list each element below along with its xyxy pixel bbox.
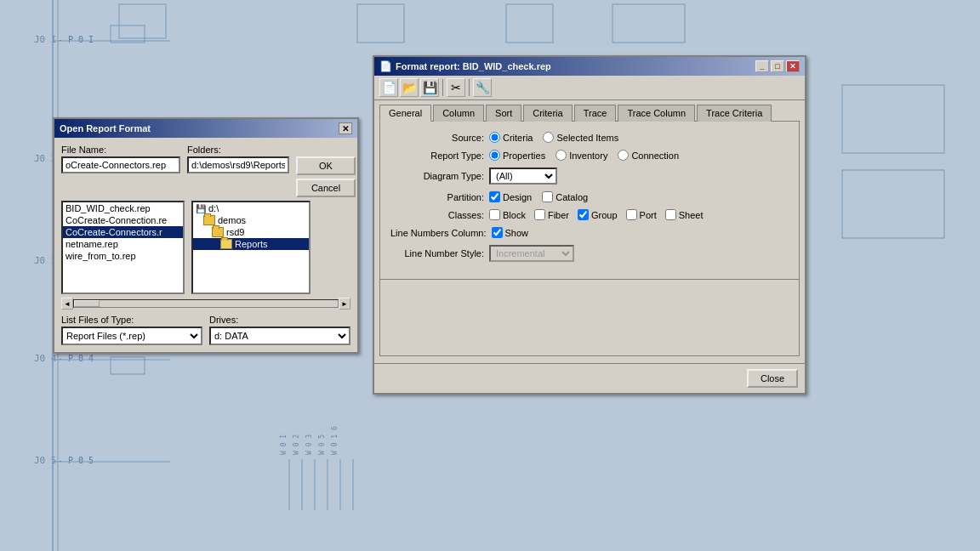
report-type-inventory-option[interactable]: Inventory: [556, 150, 607, 161]
toolbar: 📄 📂 💾 ✂ 🔧: [374, 76, 805, 100]
classes-block-checkbox[interactable]: [489, 209, 500, 220]
folder-item-reports[interactable]: Reports: [193, 238, 309, 250]
classes-fiber-option[interactable]: Fiber: [534, 209, 569, 220]
svg-text:- P 0 5: - P 0 5: [58, 456, 94, 465]
line-number-style-row: Line Number Style: Incremental Absolute: [390, 245, 789, 262]
folder-item-drive[interactable]: 💾 d:\: [193, 202, 309, 214]
source-selected-radio[interactable]: [543, 132, 554, 143]
folder-item-demos[interactable]: demos: [193, 214, 309, 226]
scroll-left-arrow[interactable]: ◄: [61, 298, 73, 310]
svg-rect-15: [119, 4, 166, 38]
source-label: Source:: [390, 133, 484, 143]
svg-text:W 0 2: W 0 2: [293, 435, 300, 455]
line-number-style-label: Line Number Style:: [390, 248, 484, 258]
source-criteria-radio[interactable]: [489, 132, 500, 143]
format-report-titlebar: 📄 Format report: BID_WID_check.rep _ □ ✕: [374, 57, 805, 76]
close-button[interactable]: Close: [747, 369, 798, 388]
line-numbers-show-label: Show: [505, 228, 529, 238]
drives-select[interactable]: d: DATA: [209, 327, 350, 345]
list-item[interactable]: BID_WID_check.rep: [63, 202, 183, 214]
list-item[interactable]: CoCreate-Connection.re: [63, 214, 183, 226]
open-report-title: Open Report Format: [60, 123, 151, 133]
file-type-select[interactable]: Report Files (*.rep): [61, 327, 202, 345]
report-type-label: Report Type:: [390, 151, 484, 161]
partition-catalog-checkbox[interactable]: [542, 191, 553, 202]
tab-trace-column[interactable]: Trace Column: [618, 105, 695, 122]
svg-rect-16: [357, 4, 404, 43]
folders-input[interactable]: [187, 156, 289, 173]
tab-sort[interactable]: Sort: [486, 105, 521, 122]
tab-criteria[interactable]: Criteria: [523, 105, 572, 122]
toolbar-separator-2: [469, 79, 470, 96]
classes-label: Classes:: [390, 210, 484, 220]
report-type-row: Report Type: Properties Inventory Connec…: [390, 150, 789, 161]
tab-column[interactable]: Column: [433, 105, 484, 122]
partition-design-option[interactable]: Design: [489, 191, 532, 202]
diagram-type-select[interactable]: (All) Schematic Board: [489, 168, 557, 185]
classes-sheet-option[interactable]: Sheet: [665, 209, 704, 220]
toolbar-save-button[interactable]: 💾: [420, 78, 439, 97]
tab-trace-criteria[interactable]: Trace Criteria: [697, 105, 772, 122]
tab-general[interactable]: General: [379, 105, 431, 122]
source-selected-items-option[interactable]: Selected Items: [543, 132, 618, 143]
classes-block-option[interactable]: Block: [489, 209, 526, 220]
classes-fiber-checkbox[interactable]: [534, 209, 545, 220]
open-report-titlebar: Open Report Format ✕: [54, 119, 357, 138]
line-numbers-show-checkbox[interactable]: [492, 227, 503, 238]
scrollbar-track[interactable]: [73, 299, 339, 308]
folder-item-rsd9[interactable]: rsd9: [193, 226, 309, 238]
line-numbers-label: Line Numbers Column:: [390, 228, 487, 238]
folders-label: Folders:: [187, 145, 289, 155]
tab-content-general: Source: Criteria Selected Items Report T…: [379, 121, 800, 280]
partition-catalog-option[interactable]: Catalog: [542, 191, 588, 202]
partition-design-label: Design: [503, 192, 532, 202]
toolbar-delete-button[interactable]: ✂: [447, 78, 465, 97]
partition-checkboxes: Design Catalog: [489, 191, 588, 202]
svg-text:J0 5: J0 5: [34, 455, 57, 466]
report-type-inventory-radio[interactable]: [556, 150, 567, 161]
source-criteria-option[interactable]: Criteria: [489, 132, 533, 143]
partition-design-checkbox[interactable]: [489, 191, 500, 202]
toolbar-open-button[interactable]: 📂: [400, 78, 419, 97]
maximize-button[interactable]: □: [771, 60, 784, 72]
classes-port-checkbox[interactable]: [626, 209, 637, 220]
classes-group-option[interactable]: Group: [578, 209, 618, 220]
list-item[interactable]: CoCreate-Connectors.r: [63, 226, 183, 238]
close-window-button[interactable]: ✕: [786, 60, 800, 72]
svg-text:J0 I: J0 I: [34, 34, 57, 45]
report-type-connection-label: Connection: [631, 151, 679, 161]
toolbar-new-button[interactable]: 📄: [379, 78, 398, 97]
scroll-right-arrow[interactable]: ►: [339, 298, 350, 310]
line-numbers-show-option[interactable]: Show: [492, 227, 529, 238]
toolbar-run-button[interactable]: 🔧: [473, 78, 492, 97]
classes-sheet-checkbox[interactable]: [665, 209, 676, 220]
open-report-close-icon[interactable]: ✕: [339, 122, 352, 134]
report-type-properties-label: Properties: [503, 151, 545, 161]
report-type-connection-option[interactable]: Connection: [618, 150, 679, 161]
tabs-bar: General Column Sort Criteria Trace Trace…: [374, 100, 805, 121]
svg-text:W 0 I: W 0 I: [280, 435, 288, 455]
list-item[interactable]: wire_from_to.rep: [63, 250, 183, 262]
classes-fiber-label: Fiber: [548, 210, 569, 220]
classes-group-checkbox[interactable]: [578, 209, 589, 220]
report-type-properties-option[interactable]: Properties: [489, 150, 545, 161]
folder-listbox[interactable]: 💾 d:\ demos rsd9 Reports: [191, 201, 311, 294]
tab-trace[interactable]: Trace: [574, 105, 617, 122]
line-number-style-select[interactable]: Incremental Absolute: [489, 245, 574, 262]
svg-rect-17: [506, 4, 553, 43]
svg-rect-20: [111, 357, 145, 374]
ok-button[interactable]: OK: [296, 156, 356, 175]
svg-rect-32: [842, 85, 944, 153]
report-type-connection-radio[interactable]: [618, 150, 629, 161]
classes-port-option[interactable]: Port: [626, 209, 657, 220]
source-radio-group: Criteria Selected Items: [489, 132, 618, 143]
file-name-input[interactable]: [61, 156, 180, 173]
file-listbox[interactable]: BID_WID_check.rep CoCreate-Connection.re…: [61, 201, 185, 294]
list-item[interactable]: netname.rep: [63, 238, 183, 250]
minimize-button[interactable]: _: [755, 60, 769, 72]
format-report-title: Format report: BID_WID_check.rep: [396, 61, 551, 71]
drives-label: Drives:: [209, 315, 350, 325]
cancel-button[interactable]: Cancel: [296, 179, 356, 197]
classes-row: Classes: Block Fiber Group Port: [390, 209, 789, 220]
report-type-properties-radio[interactable]: [489, 150, 500, 161]
